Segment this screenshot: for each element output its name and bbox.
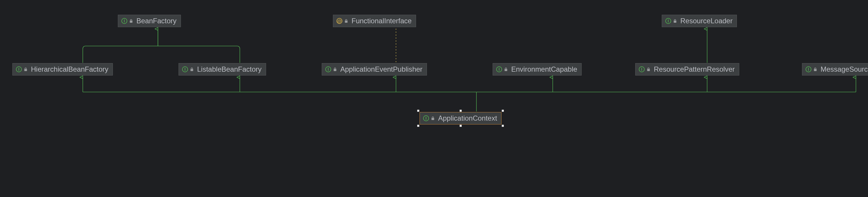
selection-handle[interactable] (417, 125, 419, 127)
node-label: FunctionalInterface (351, 17, 412, 25)
node-resource-loader[interactable]: I ResourceLoader (662, 15, 737, 27)
locked-icon (673, 19, 677, 23)
selection-handle[interactable] (460, 125, 462, 127)
interface-icon: I (639, 66, 645, 73)
node-message-source[interactable]: I MessageSource (802, 63, 868, 76)
node-hierarchical-bean-factory[interactable]: I HierarchicalBeanFactory (12, 63, 113, 76)
locked-icon (813, 67, 817, 72)
locked-icon (23, 67, 28, 72)
annotation-icon: @ (336, 18, 343, 24)
svg-rect-2 (130, 21, 132, 23)
svg-rect-20 (505, 69, 507, 71)
interface-icon: I (665, 18, 672, 24)
interface-icon: I (325, 66, 332, 73)
node-label: BeanFactory (136, 17, 177, 25)
node-label: ApplicationEventPublisher (340, 65, 423, 74)
node-listable-bean-factory[interactable]: I ListableBeanFactory (179, 63, 266, 76)
node-environment-capable[interactable]: I EnvironmentCapable (493, 63, 582, 76)
svg-text:I: I (184, 67, 186, 72)
node-label: HierarchicalBeanFactory (31, 65, 108, 74)
node-functional-interface[interactable]: @ FunctionalInterface (333, 15, 416, 27)
svg-rect-26 (814, 69, 817, 71)
svg-text:I: I (124, 19, 125, 23)
node-resource-pattern-resolver[interactable]: I ResourcePatternResolver (635, 63, 739, 76)
node-bean-factory[interactable]: I BeanFactory (118, 15, 181, 27)
locked-icon (503, 67, 508, 72)
svg-text:I: I (641, 67, 642, 72)
svg-text:I: I (668, 19, 669, 23)
locked-icon (333, 67, 337, 72)
node-label: ListableBeanFactory (197, 65, 261, 74)
node-label: MessageSource (820, 65, 868, 74)
svg-rect-23 (647, 69, 650, 71)
node-label: ResourceLoader (680, 17, 733, 25)
node-label: EnvironmentCapable (511, 65, 577, 74)
svg-rect-8 (674, 21, 677, 23)
selection-handle[interactable] (460, 110, 462, 112)
locked-icon (344, 19, 348, 23)
node-application-event-publisher[interactable]: I ApplicationEventPublisher (322, 63, 427, 76)
svg-rect-5 (345, 21, 348, 23)
interface-icon: I (423, 115, 429, 121)
node-label: ApplicationContext (438, 114, 497, 122)
interface-icon: I (121, 18, 128, 24)
svg-text:I: I (426, 116, 427, 121)
svg-rect-17 (334, 69, 337, 71)
interface-icon: I (16, 66, 22, 73)
interface-icon: I (182, 66, 188, 73)
diagram-canvas[interactable]: I BeanFactory @ FunctionalInterface I Re… (0, 0, 868, 197)
edges-layer (0, 0, 868, 197)
locked-icon (431, 116, 435, 121)
node-application-context[interactable]: I ApplicationContext (420, 112, 501, 124)
svg-rect-14 (191, 69, 193, 71)
interface-icon: I (805, 66, 812, 73)
svg-text:I: I (18, 67, 20, 72)
svg-rect-11 (25, 69, 27, 71)
svg-rect-29 (432, 118, 434, 120)
locked-icon (129, 19, 133, 23)
selection-handle[interactable] (502, 125, 504, 127)
svg-text:I: I (498, 67, 500, 72)
selection-handle[interactable] (417, 110, 419, 112)
locked-icon (646, 67, 651, 72)
selection-handle[interactable] (502, 110, 504, 112)
node-label: ResourcePatternResolver (654, 65, 735, 74)
svg-text:@: @ (337, 18, 342, 23)
svg-text:I: I (808, 67, 809, 72)
locked-icon (189, 67, 194, 72)
interface-icon: I (496, 66, 502, 73)
svg-text:I: I (328, 67, 329, 72)
